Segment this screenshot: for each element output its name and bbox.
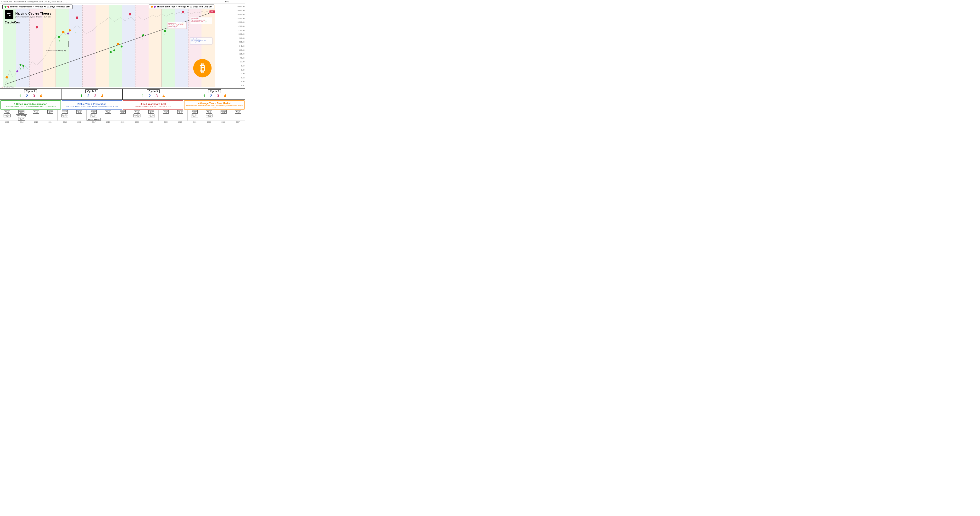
nov-2019: Nov 282019 — [134, 110, 140, 114]
c3-num-3: 3 — [156, 94, 158, 98]
c2-num-4: 4 — [101, 94, 103, 98]
nov-2016: Nov 282016 — [91, 110, 97, 114]
title-logo: ℃ — [5, 10, 13, 19]
date-col-5: Nov 282014 July 9th,2015 — [58, 110, 72, 121]
july-2024: July 9th,2024 — [206, 114, 212, 117]
legend-left-text: Bitcoin Tops/Bottoms = Average +/- 21 Da… — [10, 5, 70, 8]
date-col-9: Nov 282018 — [115, 110, 130, 121]
orange-year-sub: Price becomes undervalued and enters a d… — [185, 105, 243, 108]
arrow-c2: ↑ — [59, 40, 60, 42]
date-col-13: Nov 282022 — [173, 110, 188, 121]
legend-container: Bitcoin Tops/Bottoms = Average +/- 21 Da… — [2, 5, 215, 9]
green-legend-dot — [5, 6, 6, 8]
green-dot-c3-1 — [110, 51, 112, 53]
svg-text:+/- 21 days from Nov 28th, 202: +/- 21 days from Nov 28th, 2026 — [191, 40, 206, 41]
nov-2012: Nov 282012 — [33, 110, 39, 114]
svg-text:+/- 21 days from July 9th, 202: +/- 21 days from July 9th, 2024 — [168, 24, 183, 25]
arrow-c3-2: ↑ — [113, 53, 115, 56]
y-val-2: 96000.00 — [232, 10, 245, 11]
y-val-5: 12500.00 — [232, 21, 245, 23]
svg-rect-8 — [149, 5, 162, 87]
orange-year-desc: 4 Orange Year = Bear Market Price become… — [184, 100, 245, 110]
nov-2022: Nov 282022 — [177, 110, 183, 114]
blue-year-desc: 2 Blue Year = Preparation Time Spent Aro… — [62, 100, 122, 110]
nov-2011: Nov 282011 — [18, 110, 24, 114]
nov-2024: Nov 282024 — [206, 110, 212, 114]
chart-title: Halving Cycles Theory — [15, 11, 51, 16]
nov-2018: Nov 282018 — [119, 110, 126, 114]
cycle-4-section: Cycle 4 1 2 3 4 — [184, 89, 245, 100]
c4-num-3: 3 — [217, 94, 219, 98]
first-halving: First Halving — [16, 114, 27, 117]
arrow-c2b: ↑ — [75, 31, 76, 34]
nov-2010: Nov 282010 — [4, 110, 10, 114]
svg-rect-3 — [82, 5, 95, 87]
july-2016: July 9th,2016 — [90, 114, 97, 117]
date-col-15: Nov 282024 July 9th,2024 — [202, 110, 216, 121]
y-val-17: 3.30 — [232, 69, 245, 71]
date-col-3: Nov 282012 — [29, 110, 43, 121]
green-dot-c1-1 — [20, 64, 22, 66]
y-val-21: 0.01 — [232, 85, 245, 87]
x-2021: 2021 — [144, 121, 158, 124]
green-year-desc: 1 Green Year = Accumulation Best Cycle B… — [0, 100, 61, 110]
x-2024: 2024 — [187, 121, 202, 124]
red-year-sub: New ATHs Made | Cycle Top Comes end of Y… — [135, 105, 171, 107]
x-2017: 2017 — [86, 121, 101, 124]
logo-icon: ℃ — [7, 13, 11, 17]
date-col-2: Nov 282011 First Halving July 9th,2012 — [14, 110, 29, 121]
green-dot-c3-3 — [121, 45, 123, 48]
c3-num-2: 2 — [149, 94, 151, 98]
nov-2023: Nov 282023 — [192, 110, 197, 114]
svg-text:Next Early Top ≈: Next Early Top ≈ — [168, 23, 176, 24]
dates-row: Nov 282010 July 9th,2011 Nov 282011 Firs… — [0, 110, 245, 121]
date-col-1: Nov 282010 July 9th,2011 — [0, 110, 14, 121]
july-2015: July 9th,2015 — [62, 114, 68, 117]
orange-dot-c2b — [68, 29, 71, 32]
y-val-1: 260000.00 — [232, 5, 245, 7]
svg-rect-9 — [162, 5, 175, 87]
arrow-c1-1: ↑ — [20, 67, 21, 70]
svg-text:Expected price: 42: Expected price: 42 — [168, 26, 177, 27]
x-2027: 2027 — [231, 121, 245, 124]
orange-legend-dot — [151, 6, 153, 8]
header-bar: CryptoCon_ published on TradingView.com,… — [0, 0, 245, 3]
orange-dot-c3 — [117, 43, 119, 45]
x-2012: 2012 — [14, 121, 29, 124]
y-val-18: 1.20 — [232, 73, 245, 75]
cryptocon-label: CryptoCon — [5, 21, 20, 24]
svg-text:₿: ₿ — [200, 62, 205, 74]
orange-year-title: 4 Orange Year = Bear Market — [198, 102, 231, 105]
x-2018: 2018 — [101, 121, 115, 124]
nov-2017: Nov 282017 — [105, 110, 111, 114]
c3-num-4: 4 — [162, 94, 165, 98]
btc-logo: ₿ — [193, 59, 212, 78]
x-2011: 2011 — [0, 121, 14, 124]
y-val-16: 9.50 — [232, 65, 245, 67]
cycle-3-numbers: 1 2 3 4 — [142, 94, 165, 98]
c4-num-4: 4 — [224, 94, 226, 98]
svg-rect-6 — [122, 5, 135, 87]
arrow-c3-4: ↑ — [142, 38, 143, 40]
cycle-4-title: Cycle 4 — [208, 89, 221, 93]
date-col-11: Nov 282020 July 9th,2020 — [144, 110, 159, 121]
green-dot-c3-4 — [142, 34, 144, 36]
green-dot-c2-1 — [58, 36, 60, 38]
c2-num-2: 2 — [88, 94, 89, 98]
cycle-3-title: Cycle 3 — [147, 89, 159, 93]
purple-dot-c2 — [67, 33, 69, 35]
x-axis: 2011 2012 2013 2014 2015 2016 2017 2018 … — [0, 121, 245, 124]
x-2020: 2020 — [130, 121, 144, 124]
svg-rect-1 — [56, 5, 69, 87]
cycle-2-section: Cycle 2 1 2 3 4 — [62, 89, 123, 100]
orange-dot-c1 — [5, 76, 8, 78]
c2-num-1: 1 — [80, 94, 83, 98]
y-val-15: 27.00 — [232, 61, 245, 63]
price-138k: 138k — [210, 11, 213, 13]
nov-2013: Nov 282013 — [48, 110, 53, 114]
tradingview-label: 🔺 TradingView — [1, 86, 14, 88]
july-2023: July 9th,2023 — [191, 114, 198, 117]
c4-num-2: 2 — [210, 94, 212, 98]
nov-2026: Nov 282026 — [235, 110, 241, 114]
year-desc-row: 1 Green Year = Accumulation Best Cycle B… — [0, 100, 245, 110]
